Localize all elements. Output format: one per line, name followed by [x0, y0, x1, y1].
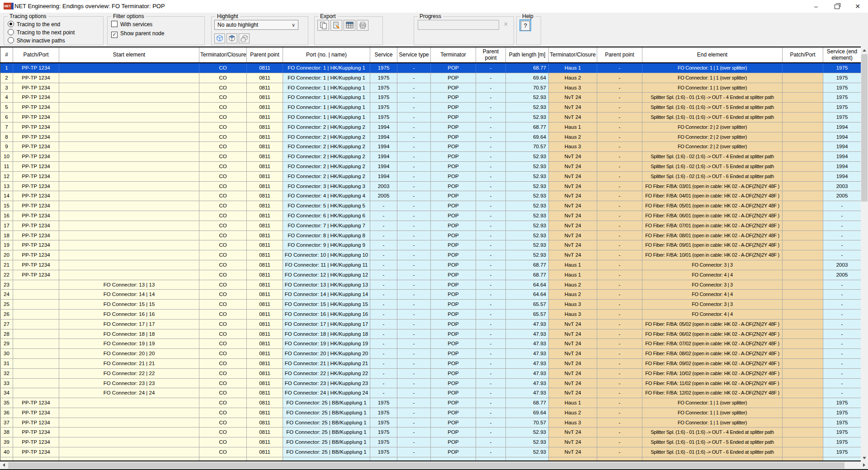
cell[interactable]: -: [597, 152, 642, 162]
cell[interactable]: FO Connector: 18 | 18: [59, 329, 199, 339]
cell[interactable]: FO Connector: 22 | 22: [59, 368, 199, 378]
cell[interactable]: POP: [431, 358, 476, 368]
cell[interactable]: -: [597, 230, 642, 240]
cell[interactable]: 65.57: [506, 300, 549, 310]
cell[interactable]: -: [370, 230, 397, 240]
cell[interactable]: [597, 457, 642, 461]
cell[interactable]: Haus 2: [549, 280, 597, 290]
cell[interactable]: 0811: [247, 378, 283, 388]
cell[interactable]: POP: [431, 270, 476, 280]
cell[interactable]: [59, 408, 199, 418]
cell[interactable]: NvT 24: [549, 211, 597, 221]
cell[interactable]: -: [397, 437, 431, 447]
cell[interactable]: 1994: [823, 122, 861, 132]
cell[interactable]: CO: [199, 171, 247, 181]
horizontal-scrollbar[interactable]: [0, 462, 868, 470]
cell[interactable]: 6: [0, 112, 13, 122]
cell[interactable]: -: [823, 329, 861, 339]
table-row[interactable]: 24FO Connector: 14 | 14CO0811FO Connecto…: [0, 290, 861, 300]
cell[interactable]: [59, 437, 199, 447]
horizontal-scrollbar-thumb[interactable]: [8, 462, 844, 469]
cell[interactable]: -: [476, 112, 506, 122]
cell[interactable]: [59, 103, 199, 113]
cell[interactable]: POP: [431, 408, 476, 418]
cell[interactable]: CO: [199, 132, 247, 142]
checkbox-show-parent-node[interactable]: ✓Show parent node: [111, 30, 164, 37]
cell[interactable]: POP: [431, 437, 476, 447]
vertical-scrollbar-thumb[interactable]: [861, 54, 868, 202]
cell[interactable]: FO Fiber: F/BA: 10/01 (open in cable: HK…: [642, 250, 783, 260]
cell[interactable]: [59, 73, 199, 83]
cell[interactable]: -: [397, 329, 431, 339]
cell[interactable]: -: [476, 161, 506, 171]
cell[interactable]: CO: [199, 112, 247, 122]
cell[interactable]: -: [370, 329, 397, 339]
cell[interactable]: POP: [431, 300, 476, 310]
highlight-dropdown[interactable]: No auto highlight ∨: [214, 20, 298, 30]
cell[interactable]: -: [597, 329, 642, 339]
cell[interactable]: 0811: [247, 112, 283, 122]
cell[interactable]: -: [823, 211, 861, 221]
scroll-left-arrow[interactable]: [0, 462, 8, 469]
cell[interactable]: -: [397, 378, 431, 388]
cell[interactable]: POP: [431, 329, 476, 339]
cell[interactable]: 1975: [370, 428, 397, 437]
cell[interactable]: -: [476, 418, 506, 428]
cell[interactable]: -: [597, 171, 642, 181]
cell[interactable]: 11: [0, 161, 13, 171]
cell[interactable]: Splitter Spl. (1:6) - 01 (1:6) -> OUT - …: [642, 447, 783, 457]
cell[interactable]: [59, 112, 199, 122]
cell[interactable]: POP: [431, 319, 476, 329]
cell[interactable]: NvT 24: [549, 93, 597, 103]
cell[interactable]: -: [476, 358, 506, 368]
cell[interactable]: FO Connector: 2 | HK/Kupplung 2: [283, 171, 370, 181]
cell[interactable]: -: [597, 201, 642, 211]
cell[interactable]: [370, 457, 397, 461]
cell[interactable]: NvT 24: [549, 447, 597, 457]
cell[interactable]: [783, 378, 823, 388]
cell[interactable]: FO Connector: 25 | BB/Kupplung 1: [283, 408, 370, 418]
cell[interactable]: FO Connector: 7 | HK/Kupplung 7: [283, 221, 370, 230]
cell[interactable]: 47.93: [506, 339, 549, 349]
cell[interactable]: [783, 181, 823, 191]
cell[interactable]: -: [370, 378, 397, 388]
table-row[interactable]: 7PP-TP 1234CO0811FO Connector: 2 | HK/Ku…: [0, 122, 861, 132]
cell[interactable]: 1994: [370, 132, 397, 142]
cell[interactable]: -: [397, 408, 431, 418]
cell[interactable]: 12: [0, 171, 13, 181]
cell[interactable]: FO Connector: 25 | BB/Kupplung 1: [283, 418, 370, 428]
cell[interactable]: NvT 24: [549, 152, 597, 162]
cell[interactable]: FO Fiber: F/BA: 07/01 (open in cable: HK…: [642, 221, 783, 230]
cell[interactable]: -: [597, 191, 642, 201]
cell[interactable]: [783, 103, 823, 113]
cell[interactable]: [642, 457, 783, 461]
cell[interactable]: FO Connector: 13 | 13: [59, 280, 199, 290]
cell[interactable]: [783, 428, 823, 437]
cell[interactable]: CO: [199, 230, 247, 240]
table-row[interactable]: 2PP-TP 1234CO0811FO Connector: 1 | HK/Ku…: [0, 73, 861, 83]
cell[interactable]: 52.93: [506, 103, 549, 113]
cell[interactable]: -: [476, 122, 506, 132]
cell[interactable]: [783, 280, 823, 290]
cell[interactable]: FO Fiber: F/BA: 08/02 (open in cable: HK…: [642, 349, 783, 359]
cell[interactable]: 24: [0, 290, 13, 300]
cell[interactable]: POP: [431, 398, 476, 408]
cell[interactable]: -: [476, 103, 506, 113]
cell[interactable]: -: [476, 329, 506, 339]
restore-button[interactable]: [826, 0, 847, 13]
cell[interactable]: -: [597, 408, 642, 418]
cell[interactable]: Haus 2: [549, 132, 597, 142]
cell[interactable]: [783, 309, 823, 319]
cell[interactable]: NvT 24: [549, 240, 597, 250]
cell[interactable]: CO: [199, 161, 247, 171]
cell[interactable]: [13, 309, 59, 319]
cell[interactable]: [59, 398, 199, 408]
cell[interactable]: -: [597, 339, 642, 349]
cell[interactable]: POP: [431, 83, 476, 93]
cell[interactable]: -: [397, 73, 431, 83]
cell[interactable]: FO Connector: 11 | HK/Kupplung 11: [283, 260, 370, 270]
cell[interactable]: -: [370, 280, 397, 290]
cell[interactable]: POP: [431, 181, 476, 191]
cell[interactable]: POP: [431, 142, 476, 152]
table-row[interactable]: 1PP-TP 1234CO0811FO Connector: 1 | HK/Ku…: [0, 63, 861, 73]
